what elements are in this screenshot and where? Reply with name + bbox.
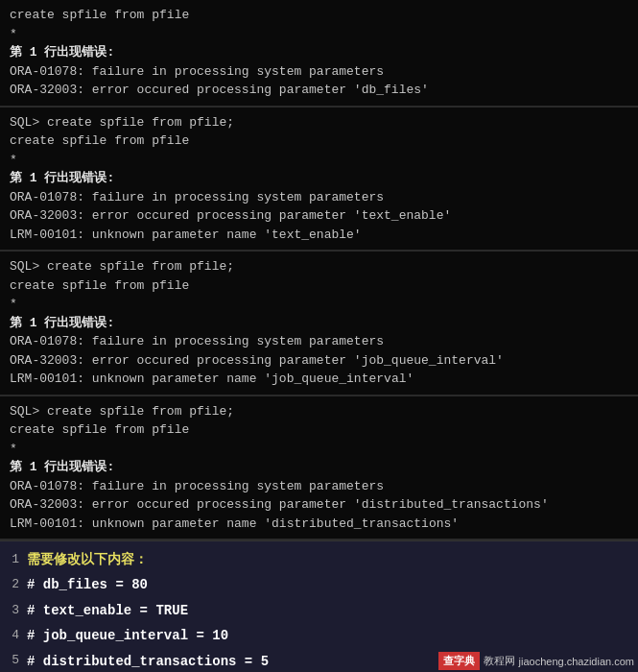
terminal-block-4: SQL> create spfile from pfile; create sp… (0, 396, 638, 541)
line-number: 4 (0, 626, 27, 646)
watermark: 查字典 教程网 jiaocheng.chazidian.com (438, 652, 634, 670)
error-line: ORA-32003: error occured processing para… (10, 81, 628, 100)
unknown-label-3: unknown (92, 516, 145, 531)
error-line: ORA-01078: failure in processing system … (10, 62, 628, 82)
error-line: ORA-01078: failure in processing system … (10, 332, 628, 351)
highlight-content: # job_queue_interval = 10 (27, 625, 228, 646)
highlight-content: # db_files = 80 (27, 574, 148, 595)
highlight-content: # text_enable = TRUE (27, 600, 188, 621)
watermark-url: jiaocheng.chazidian.com (519, 656, 634, 667)
highlight-content: 需要修改以下内容： (27, 549, 148, 570)
error-line: ORA-01078: failure in processing system … (10, 477, 628, 496)
error-title: 第 1 行出现错误: (10, 458, 628, 477)
highlight-line-2: 2 # db_files = 80 (0, 572, 638, 597)
error-line: LRM-00101: unknown parameter name 'text_… (10, 226, 628, 245)
error-line: ORA-32003: error occured processing para… (10, 206, 628, 226)
line: create spfile from pfile (10, 276, 628, 296)
line-number: 5 (0, 651, 27, 671)
sql-prompt: SQL> create spfile from pfile; (10, 113, 628, 132)
line: * (10, 151, 628, 170)
line: create spfile from pfile (10, 6, 628, 25)
error-line: LRM-00101: unknown parameter name 'distr… (10, 515, 628, 534)
terminal-block-1: create spfile from pfile * 第 1 行出现错误: OR… (0, 0, 638, 108)
terminal-block-2: SQL> create spfile from pfile; create sp… (0, 108, 638, 252)
error-line: ORA-01078: failure in processing system … (10, 188, 628, 207)
terminal-block-3: SQL> create spfile from pfile; create sp… (0, 252, 638, 396)
line: * (10, 25, 628, 44)
sql-prompt: SQL> create spfile from pfile; (10, 402, 628, 421)
line-number: 3 (0, 601, 27, 621)
highlight-line-3: 3 # text_enable = TRUE (0, 598, 638, 623)
error-title: 第 1 行出现错误: (10, 43, 628, 62)
highlight-content: # distributed_transactions = 5 (27, 651, 269, 672)
unknown-label-2: unknown (92, 372, 145, 386)
line: * (10, 295, 628, 314)
error-title: 第 1 行出现错误: (10, 169, 628, 188)
line: create spfile from pfile (10, 420, 628, 440)
sql-prompt: SQL> create spfile from pfile; (10, 257, 628, 276)
line: create spfile from pfile (10, 132, 628, 151)
watermark-brand: 查字典 (438, 652, 480, 670)
highlight-line-4: 4 # job_queue_interval = 10 (0, 623, 638, 648)
watermark-site: 教程网 (484, 654, 515, 668)
line-number: 1 (0, 550, 27, 570)
unknown-label-1: unknown (92, 228, 145, 242)
error-line: ORA-32003: error occured processing para… (10, 351, 628, 371)
error-line: LRM-00101: unknown parameter name 'job_q… (10, 370, 628, 389)
line: * (10, 440, 628, 459)
error-line: ORA-32003: error occured processing para… (10, 495, 628, 515)
error-title: 第 1 行出现错误: (10, 314, 628, 333)
line-number: 2 (0, 575, 27, 595)
highlight-line-1: 1 需要修改以下内容： (0, 547, 638, 572)
